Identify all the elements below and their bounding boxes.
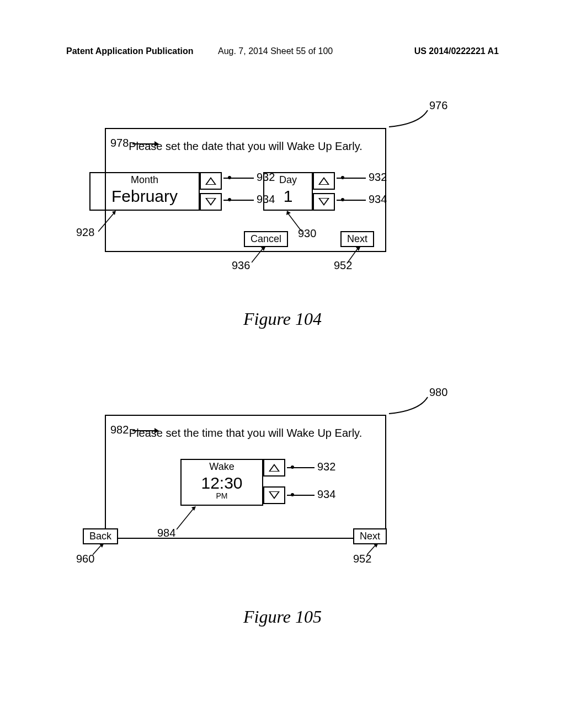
month-label: Month	[90, 173, 199, 186]
chevron-down-icon[interactable]	[263, 486, 285, 504]
wake-label: Wake	[182, 460, 262, 473]
caption-105: Figure 105	[0, 607, 565, 627]
tick-932a	[228, 176, 231, 179]
lead-curve-980	[386, 394, 430, 416]
ref-932-day: 932	[369, 171, 387, 184]
lead-978	[132, 141, 159, 147]
ref-932-month: 932	[257, 171, 275, 184]
chevron-up-icon[interactable]	[263, 459, 285, 477]
ref-980: 980	[429, 386, 447, 399]
svg-marker-1	[154, 141, 159, 147]
caption-104: Figure 104	[0, 309, 565, 329]
lead-930	[285, 211, 305, 233]
tick-932w	[291, 465, 294, 469]
ref-932-wake: 932	[317, 461, 335, 473]
back-button[interactable]: Back	[83, 528, 118, 544]
ref-934-month: 934	[257, 193, 275, 206]
month-value: February	[90, 186, 199, 207]
next-button-105[interactable]: Next	[353, 528, 387, 544]
lead-984	[177, 506, 199, 531]
chevron-down-icon[interactable]	[200, 193, 222, 211]
header-mid: Aug. 7, 2014 Sheet 55 of 100	[218, 46, 333, 56]
wake-value: 12:30	[182, 473, 262, 494]
next-button[interactable]: Next	[340, 231, 374, 247]
ref-934-day: 934	[369, 193, 387, 206]
lead-936	[252, 247, 267, 264]
lead-952-105	[367, 544, 379, 556]
chevron-up-icon[interactable]	[200, 172, 222, 190]
header-right: US 2014/0222221 A1	[414, 46, 499, 56]
figure-104: 976 Please set the date that you will Wa…	[0, 88, 565, 336]
header-left: Patent Application Publication	[66, 46, 194, 56]
ref-982: 982	[110, 424, 129, 436]
tick-934w	[291, 493, 294, 496]
wake-box: Wake 12:30 PM	[180, 459, 263, 506]
page-header: Patent Application Publication Aug. 7, 2…	[0, 46, 565, 56]
lead-928	[98, 211, 120, 233]
lead-982	[132, 427, 159, 434]
lead-952-104	[348, 247, 361, 264]
ref-934-wake: 934	[317, 488, 335, 501]
tick-934b	[341, 198, 344, 201]
chevron-down-icon[interactable]	[313, 193, 335, 211]
lead-960	[93, 544, 105, 556]
month-box: Month February	[89, 172, 200, 211]
tick-932b	[341, 176, 344, 179]
ref-960: 960	[76, 553, 94, 565]
ref-976: 976	[429, 99, 447, 112]
figure-105: 980 Please set the time that you will Wa…	[0, 375, 565, 623]
tick-934a	[228, 198, 231, 201]
chevron-up-icon[interactable]	[313, 172, 335, 190]
ref-928: 928	[76, 226, 94, 239]
ref-978: 978	[110, 137, 129, 149]
ref-936: 936	[232, 259, 250, 272]
lead-curve-976	[386, 108, 430, 130]
svg-marker-7	[154, 428, 159, 433]
wake-sub: PM	[182, 491, 262, 500]
cancel-button[interactable]: Cancel	[244, 231, 288, 247]
ref-984: 984	[157, 527, 175, 539]
